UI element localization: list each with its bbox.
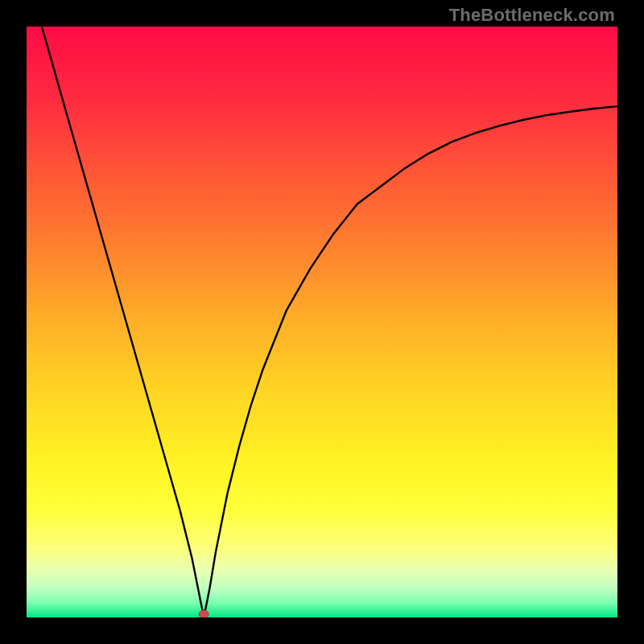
bottleneck-curve: [27, 27, 617, 617]
plot-area: [27, 27, 617, 617]
minimum-marker: [199, 610, 208, 617]
watermark-text: TheBottleneck.com: [449, 5, 615, 26]
chart-frame: TheBottleneck.com: [0, 0, 644, 644]
